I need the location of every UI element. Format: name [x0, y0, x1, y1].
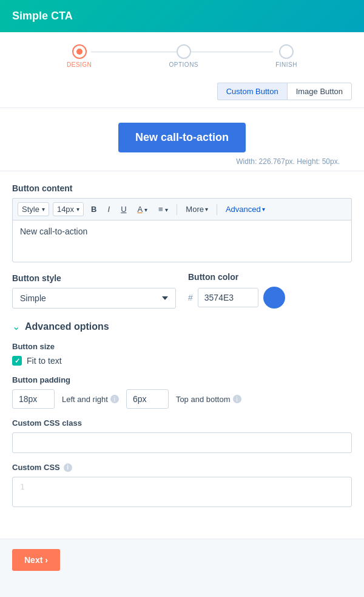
size-info: Width: 226.767px. Height: 50px.	[236, 157, 352, 166]
progress-section: DESIGN OPTIONS FINISH	[0, 32, 364, 78]
button-style-label: Button style	[12, 273, 176, 283]
style-select[interactable]: Style ▾	[18, 202, 49, 216]
step-container: DESIGN OPTIONS FINISH	[67, 44, 297, 68]
advanced-section: ⌄ Advanced options Button size Fit to te…	[12, 321, 352, 527]
chevron-down-icon: ⌄	[12, 321, 20, 332]
step-circle-finish	[279, 44, 294, 59]
editor-content[interactable]: New call-to-action	[12, 220, 352, 262]
step-label-options: OPTIONS	[169, 61, 199, 68]
size-select[interactable]: 14px ▾	[53, 202, 84, 216]
custom-css-label: Custom CSS i	[12, 463, 352, 472]
image-button-toggle[interactable]: Image Button	[287, 83, 352, 100]
chevron-down-icon: ▾	[144, 206, 147, 213]
custom-css-group: Custom CSS i 1	[12, 463, 352, 507]
fit-to-text-checkbox[interactable]	[12, 356, 22, 366]
app-title: Simple CTA	[12, 10, 73, 22]
app-header: Simple CTA	[0, 0, 364, 32]
button-padding-label: Button padding	[12, 375, 352, 384]
step-finish[interactable]: FINISH	[275, 44, 297, 68]
step-label-design: DESIGN	[67, 61, 92, 68]
button-content-section: Button content Style ▾ 14px ▾ B I U A ▾ …	[12, 171, 352, 262]
hash-symbol: #	[188, 293, 193, 302]
button-color-label: Button color	[188, 272, 352, 282]
advanced-header[interactable]: ⌄ Advanced options	[12, 321, 352, 332]
italic-button[interactable]: I	[104, 203, 114, 216]
editor-toolbar: Style ▾ 14px ▾ B I U A ▾ ≡ ▾ More ▾	[12, 198, 352, 220]
custom-css-editor[interactable]: 1	[12, 477, 352, 507]
button-style-wrapper: Simple Rounded Flat 3D Pill	[12, 288, 176, 309]
button-style-col: Button style Simple Rounded Flat 3D Pill	[12, 273, 176, 309]
left-right-input[interactable]	[12, 389, 55, 409]
color-hex-input[interactable]	[198, 288, 258, 307]
chevron-down-icon: ▾	[165, 206, 168, 213]
more-button[interactable]: More ▾	[182, 203, 212, 216]
footer: Next ›	[0, 539, 364, 581]
top-bottom-label: Top and bottom i	[176, 395, 241, 404]
left-right-label: Left and right i	[62, 395, 119, 404]
chevron-down-icon: ▾	[76, 206, 79, 213]
step-design[interactable]: DESIGN	[67, 44, 92, 68]
button-padding-group: Button padding Left and right i Top and …	[12, 375, 352, 409]
stepper: DESIGN OPTIONS FINISH	[24, 44, 340, 68]
left-right-info-icon[interactable]: i	[110, 395, 119, 403]
button-size-label: Button size	[12, 342, 352, 351]
custom-button-toggle[interactable]: Custom Button	[217, 83, 287, 100]
button-type-row: Custom Button Image Button	[0, 78, 364, 108]
color-swatch-button[interactable]	[263, 287, 285, 309]
chevron-down-icon: ▾	[42, 206, 45, 213]
style-color-row: Button style Simple Rounded Flat 3D Pill…	[12, 272, 352, 309]
toolbar-divider2	[217, 204, 217, 215]
step-options[interactable]: OPTIONS	[169, 44, 199, 68]
chevron-down-icon: ▾	[205, 206, 208, 213]
align-button[interactable]: ≡ ▾	[155, 203, 172, 216]
step-circle-design	[72, 44, 87, 59]
button-size-group: Button size Fit to text	[12, 342, 352, 366]
underline-button[interactable]: U	[117, 203, 130, 216]
font-color-button[interactable]: A ▾	[134, 203, 152, 216]
preview-area: New call-to-action Width: 226.767px. Hei…	[0, 108, 364, 171]
chevron-down-icon: ▾	[262, 206, 265, 213]
form-body: Button content Style ▾ 14px ▾ B I U A ▾ …	[0, 171, 364, 539]
bold-button[interactable]: B	[87, 203, 100, 216]
custom-css-class-label: Custom CSS class	[12, 418, 352, 428]
custom-css-class-group: Custom CSS class	[12, 418, 352, 453]
fit-to-text-row: Fit to text	[12, 356, 352, 366]
button-content-label: Button content	[12, 183, 352, 193]
top-bottom-info-icon[interactable]: i	[233, 395, 241, 403]
custom-css-info-icon[interactable]: i	[64, 463, 72, 472]
color-row: #	[188, 287, 352, 309]
button-style-select[interactable]: Simple Rounded Flat 3D Pill	[12, 288, 176, 309]
advanced-title: Advanced options	[25, 321, 109, 332]
custom-css-class-input[interactable]	[12, 432, 352, 453]
top-bottom-input[interactable]	[126, 389, 169, 409]
step-label-finish: FINISH	[275, 61, 297, 68]
step-circle-options	[177, 44, 191, 59]
button-color-col: Button color #	[188, 272, 352, 309]
cta-preview-button[interactable]: New call-to-action	[118, 123, 246, 152]
advanced-button[interactable]: Advanced ▾	[222, 203, 269, 216]
padding-row: Left and right i Top and bottom i	[12, 389, 352, 409]
toolbar-divider	[177, 204, 177, 215]
fit-to-text-label: Fit to text	[27, 356, 62, 366]
next-button[interactable]: Next ›	[12, 549, 60, 571]
